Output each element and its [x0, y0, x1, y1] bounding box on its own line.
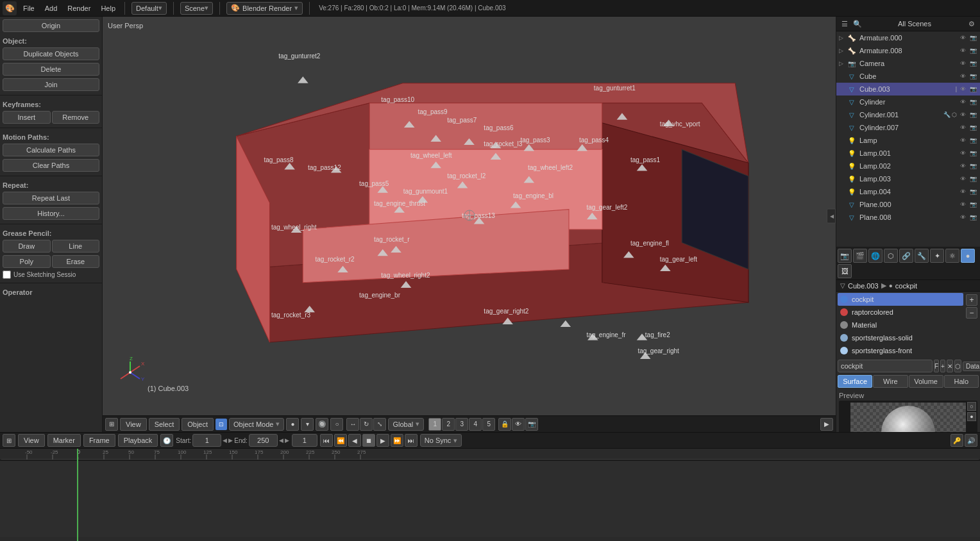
layer-btn-3[interactable]: 3	[455, 418, 468, 431]
stop-btn[interactable]: ⏹	[362, 434, 375, 447]
timeline-clock-icon[interactable]: 🕐	[160, 434, 173, 447]
vp-extra-3[interactable]: 📷	[525, 418, 538, 431]
render-icon-lamp004[interactable]: 📷	[968, 187, 977, 196]
play-btn[interactable]: ▶	[376, 434, 389, 447]
line-button[interactable]: Line	[52, 240, 100, 253]
transform-global[interactable]: Global ▾	[388, 418, 424, 431]
shading-wire[interactable]: ▾	[301, 418, 314, 431]
render-icon-cyl007[interactable]: 📷	[968, 123, 977, 132]
audio-btn[interactable]: 🔊	[965, 434, 977, 447]
render-icon-cube003[interactable]: 📷	[968, 85, 977, 94]
visibility-icon-lamp004[interactable]: 👁	[958, 187, 967, 196]
props-particles-btn[interactable]: ✦	[930, 249, 944, 263]
visibility-icon-plane008[interactable]: 👁	[958, 213, 967, 222]
key-icon[interactable]: |	[956, 86, 957, 92]
right-panel-toggle[interactable]: ◀	[827, 209, 836, 224]
render-icon-cube[interactable]: 📷	[968, 72, 977, 81]
outliner-item-cylinder[interactable]: ▽ Cylinder 👁 📷	[836, 96, 980, 108]
vp-icon-btn[interactable]: ⊞	[105, 418, 118, 431]
outliner-item-camera[interactable]: ▷ 📷 Camera 👁 📷	[836, 57, 980, 70]
jump-end-btn[interactable]: ⏭	[405, 434, 418, 447]
props-world-btn[interactable]: 🌐	[868, 249, 883, 263]
next-frame-btn[interactable]: ⏩	[391, 434, 403, 447]
delete-button[interactable]: Delete	[3, 63, 99, 76]
render-icon-lamp001[interactable]: 📷	[968, 149, 977, 158]
snap-btn[interactable]: 🔘	[316, 418, 328, 431]
props-scene-btn[interactable]: 🎬	[853, 249, 867, 263]
keying-btn[interactable]: 🔑	[950, 434, 963, 447]
render-icon-plane008[interactable]: 📷	[968, 213, 977, 222]
timeline-marker-menu[interactable]: Marker	[47, 434, 81, 447]
prev-frame-btn[interactable]: ⏪	[334, 434, 347, 447]
outliner-view-btn[interactable]: ☰	[839, 18, 850, 29]
menu-help[interactable]: Help	[96, 3, 121, 13]
vp-extra-2[interactable]: 👁	[512, 418, 525, 431]
outliner-search-btn[interactable]: 🔍	[852, 18, 863, 29]
menu-file[interactable]: File	[18, 3, 40, 13]
material-item-cockpit[interactable]: cockpit	[838, 293, 963, 306]
preview-ctrl-2[interactable]: ●	[967, 412, 976, 421]
preview-ctrl-1[interactable]: ○	[967, 402, 976, 411]
outliner-item-lamp004[interactable]: 💡 Lamp.004 👁 📷	[836, 185, 980, 198]
use-sketching-checkbox[interactable]	[3, 270, 11, 279]
render-icon-cyl[interactable]: 📷	[968, 97, 977, 106]
next-start-btn[interactable]: ▶	[228, 437, 233, 444]
material-item-glass-front[interactable]: sportsterglass-front	[838, 344, 963, 357]
select-menu[interactable]: Select	[149, 418, 180, 431]
menu-add[interactable]: Add	[40, 3, 63, 13]
manipulate-scale[interactable]: ⤡	[373, 418, 386, 431]
visibility-icon-cube003[interactable]: 👁	[958, 85, 967, 94]
vp-panel-toggle[interactable]: ▶	[820, 418, 833, 431]
outliner-item-lamp002[interactable]: 💡 Lamp.002 👁 📷	[836, 160, 980, 172]
visibility-icon-cyl001[interactable]: 👁	[958, 110, 967, 119]
mat-f-btn[interactable]: F	[934, 360, 939, 372]
scene-selector[interactable]: Scene ▾	[180, 2, 213, 15]
prev-end-btn[interactable]: ◀	[279, 437, 283, 444]
tab-surface[interactable]: Surface	[838, 375, 872, 388]
outliner-item-cube[interactable]: ▽ Cube 👁 📷	[836, 70, 980, 83]
timeline-playback-menu[interactable]: Playback	[118, 434, 158, 447]
outliner-settings-btn[interactable]: ⚙	[966, 18, 977, 29]
material-name-input[interactable]	[838, 360, 933, 372]
visibility-icon-camera[interactable]: 👁	[958, 59, 967, 68]
material-item-raptorcolored[interactable]: raptorcolored	[838, 306, 963, 319]
tab-wire[interactable]: Wire	[873, 375, 908, 388]
draw-button[interactable]: Draw	[3, 240, 51, 253]
view-menu[interactable]: View	[120, 418, 147, 431]
visibility-icon-cyl007[interactable]: 👁	[958, 123, 967, 132]
render-icon-lamp[interactable]: 📷	[968, 136, 977, 145]
data-dropdown[interactable]: Data ▾	[963, 362, 980, 371]
join-button[interactable]: Join	[3, 78, 99, 91]
render-icon-lamp003[interactable]: 📷	[968, 174, 977, 183]
repeat-last-button[interactable]: Repeat Last	[3, 192, 99, 204]
mat-plus-btn[interactable]: +	[940, 360, 945, 372]
material-item-glass-solid[interactable]: sportsterglass-solid	[838, 331, 963, 344]
render-icon-cyl001[interactable]: 📷	[968, 110, 977, 119]
outliner-item-cylinder001[interactable]: ▽ Cylinder.001 🔧 ⬡ 👁 📷	[836, 108, 980, 121]
clear-paths-button[interactable]: Clear Paths	[3, 159, 99, 172]
props-constraint-btn[interactable]: 🔗	[899, 249, 913, 263]
manipulate-rotate[interactable]: ↻	[360, 418, 373, 431]
props-physics-btn[interactable]: ⚛	[945, 249, 959, 263]
render-icon[interactable]: 📷	[968, 33, 977, 42]
remove-keyframe-button[interactable]: Remove	[52, 111, 100, 124]
outliner-item-armature000[interactable]: ▷ 🦴 Armature.000 👁 📷	[836, 31, 980, 44]
props-material-btn[interactable]: ●	[961, 249, 975, 263]
visibility-icon-plane000[interactable]: 👁	[958, 200, 967, 209]
calculate-paths-button[interactable]: Calculate Paths	[3, 144, 99, 156]
add-material-btn[interactable]: +	[966, 294, 977, 306]
timeline-view-menu[interactable]: View	[18, 434, 45, 447]
viewport-3d[interactable]: User Persp	[103, 17, 836, 415]
layer-btn-2[interactable]: 2	[442, 418, 455, 431]
render-icon-2[interactable]: 📷	[968, 46, 977, 55]
insert-keyframe-button[interactable]: Insert	[3, 111, 51, 124]
tab-volume[interactable]: Volume	[909, 375, 943, 388]
visibility-icon-cyl[interactable]: 👁	[958, 97, 967, 106]
props-texture-btn[interactable]: 🖼	[838, 264, 852, 278]
visibility-icon-lamp003[interactable]: 👁	[958, 174, 967, 183]
timeline-icon[interactable]: ⊞	[3, 434, 15, 447]
timeline-tracks[interactable]	[0, 460, 980, 537]
layer-btn-1[interactable]: 1	[428, 418, 441, 431]
visibility-icon[interactable]: 👁	[958, 33, 967, 42]
visibility-icon-lamp002[interactable]: 👁	[958, 162, 967, 171]
